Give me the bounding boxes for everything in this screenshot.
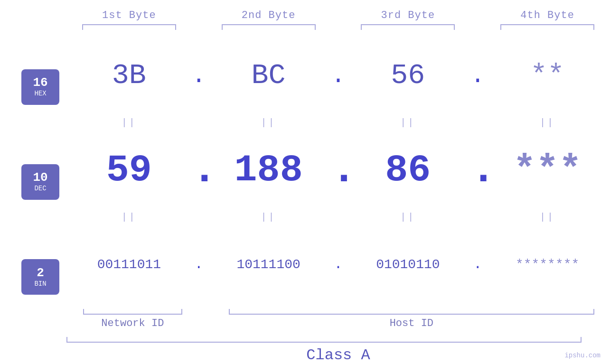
bin-b1: 00111011 — [66, 257, 192, 272]
main-container: 1st Byte 2nd Byte 3rd Byte 4th Byte 16 — [0, 0, 610, 364]
bin-b3: 01010110 — [346, 257, 471, 272]
dec-dot-2: . — [331, 146, 346, 194]
dec-dot-1: . — [192, 146, 206, 194]
dec-b4: *** — [485, 149, 610, 192]
hex-badge: 16 HEX — [21, 69, 59, 105]
class-label: Class A — [66, 346, 610, 364]
network-id-bracket: Network ID — [66, 309, 199, 329]
eq2-b4: || — [485, 212, 610, 223]
watermark: ipshu.com — [564, 352, 601, 359]
top-bracket-row — [0, 24, 610, 30]
bin-badge: 2 BIN — [21, 259, 59, 295]
bracket-cell-4 — [485, 24, 610, 30]
dec-b1: 59 — [66, 149, 192, 192]
dec-row: 59 . 188 . 86 . *** — [66, 129, 610, 211]
eq1-b1: || — [66, 117, 192, 128]
hex-b1: 3B — [66, 59, 192, 92]
class-bracket-area: Class A — [0, 337, 610, 364]
eq1-b4: || — [485, 117, 610, 128]
hex-b3: 56 — [346, 59, 471, 92]
host-id-bracket: Host ID — [213, 309, 610, 329]
values-area: 3B . BC . 56 . ** || || — [66, 35, 610, 329]
dec-b3: 86 — [346, 149, 471, 192]
dec-badge: 10 DEC — [21, 164, 59, 200]
bin-b4: ******** — [485, 257, 610, 272]
hex-dot-2: . — [331, 62, 346, 89]
eq2-b1: || — [66, 212, 192, 223]
eq2-b3: || — [346, 212, 471, 223]
byte4-header: 4th Byte — [485, 9, 610, 21]
base-labels: 16 HEX 10 DEC 2 BIN — [14, 35, 66, 329]
byte-headers: 1st Byte 2nd Byte 3rd Byte 4th Byte — [0, 9, 610, 21]
byte2-header: 2nd Byte — [206, 9, 331, 21]
eq1-b2: || — [206, 117, 331, 128]
byte3-header: 3rd Byte — [346, 9, 471, 21]
hex-dot-1: . — [192, 62, 206, 89]
equals-row-1: || || || || — [66, 116, 610, 129]
network-id-label: Network ID — [101, 317, 164, 329]
bracket-cell-3 — [346, 24, 471, 30]
eq1-b3: || — [346, 117, 471, 128]
class-bracket-line — [66, 337, 582, 343]
hex-dot-3: . — [470, 62, 485, 89]
content-area: 16 HEX 10 DEC 2 BIN 3B . BC — [0, 35, 610, 329]
dec-dot-3: . — [470, 146, 485, 194]
dec-b2: 188 — [206, 149, 331, 192]
hex-b4: ** — [485, 59, 610, 92]
eq2-b2: || — [206, 212, 331, 223]
class-bracket-line-wrapper — [66, 337, 610, 343]
bin-dot-3: . — [470, 256, 485, 272]
bracket-cell-2 — [206, 24, 331, 30]
bin-row: 00111011 . 10111100 . 01010110 . *******… — [66, 224, 610, 305]
host-id-label: Host ID — [390, 317, 433, 329]
bracket-cell-1 — [66, 24, 192, 30]
bin-dot-1: . — [192, 256, 206, 272]
bin-dot-2: . — [331, 256, 346, 272]
byte1-header: 1st Byte — [66, 9, 192, 21]
bin-b2: 10111100 — [206, 257, 331, 272]
hex-row: 3B . BC . 56 . ** — [66, 35, 610, 116]
bottom-brackets: Network ID Host ID — [66, 309, 610, 329]
hex-b2: BC — [206, 59, 331, 92]
equals-row-2: || || || || — [66, 211, 610, 224]
